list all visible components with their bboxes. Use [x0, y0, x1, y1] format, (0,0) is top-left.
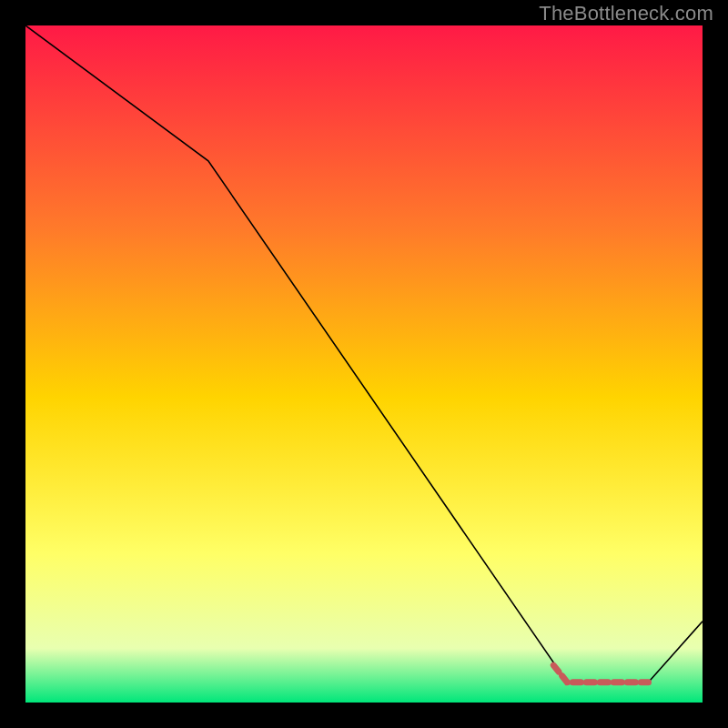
- chart-plot: [25, 25, 703, 703]
- attribution-text: TheBottleneck.com: [539, 2, 713, 25]
- chart-container: { "attribution": "TheBottleneck.com", "g…: [0, 0, 728, 728]
- gradient-background: [25, 25, 703, 703]
